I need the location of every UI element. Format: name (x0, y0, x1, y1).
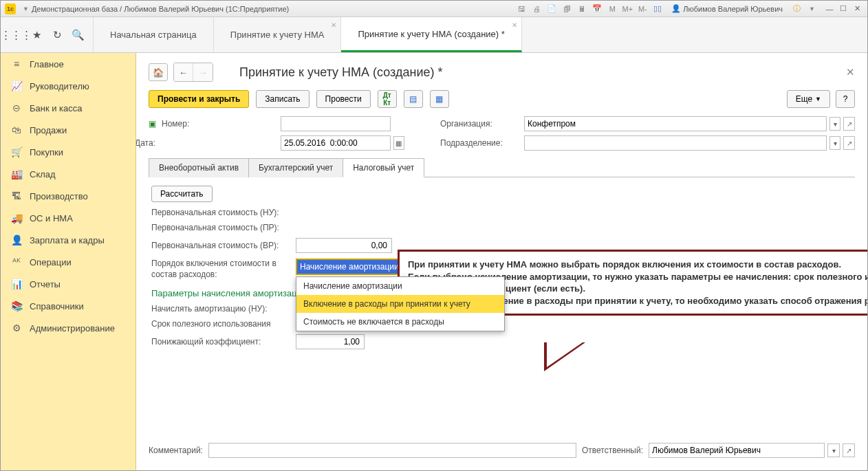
header-fields: ▣Номер: Организация: ▾↗ Дата: ▦ Подразде… (149, 116, 855, 151)
sidebar-item-main[interactable]: ≡Главное (1, 53, 135, 75)
comment-label: Комментарий: (149, 446, 203, 455)
info-dropdown-icon[interactable]: ▼ (809, 6, 815, 12)
comment-input[interactable] (208, 443, 576, 458)
cart-icon: 🛒 (10, 146, 23, 157)
doc-icon[interactable]: 📄 (546, 3, 557, 14)
system-toolbar: 🖫 🖨 📄 🗐 🖩 📅 M M+ M- ▯▯ 👤Любимов Валерий … (516, 3, 818, 14)
close-icon[interactable]: ✕ (512, 21, 517, 29)
forward-button[interactable]: → (193, 63, 213, 81)
more-button[interactable]: Еще ▼ (787, 90, 830, 108)
compare-icon[interactable]: 🗐 (561, 3, 572, 14)
dropdown-icon[interactable]: ▾ (829, 117, 841, 131)
info-icon[interactable]: ⓘ (791, 3, 802, 14)
menu-icon: ≡ (10, 58, 23, 69)
help-button[interactable]: ? (836, 90, 855, 108)
date-input[interactable] (281, 135, 391, 151)
close-page-button[interactable]: ✕ (846, 66, 855, 78)
panel-icon[interactable]: ▯▯ (652, 3, 663, 14)
org-input[interactable] (524, 116, 827, 131)
app-window: 1c ▼ Демонстрационная база / Любимов Вал… (0, 0, 868, 471)
close-icon[interactable]: ✕ (331, 21, 336, 29)
m-icon[interactable]: M (607, 3, 618, 14)
maximize-button[interactable]: ☐ (837, 3, 849, 14)
sidebar-item-catalogs[interactable]: 📚Справочники (1, 295, 135, 317)
coin-icon: ⊝ (10, 102, 23, 113)
sidebar-item-sales[interactable]: 🛍Продажи (1, 119, 135, 141)
init-cost-vr-input[interactable] (296, 238, 392, 253)
tabs-tools: ⋮⋮⋮ ★ ↻ 🔍 (1, 17, 94, 52)
calendar-picker-icon[interactable]: ▦ (393, 136, 404, 150)
ops-icon: ᴬᴷ (10, 256, 23, 267)
open-icon[interactable]: ↗ (843, 136, 855, 150)
sidebar-item-reports[interactable]: 📊Отчеты (1, 273, 135, 295)
bars-icon: 📊 (10, 278, 23, 289)
main-tabs-bar: ⋮⋮⋮ ★ ↻ 🔍 Начальная страница Принятие к … (1, 17, 867, 53)
window-title: Демонстрационная база / Любимов Валерий … (32, 5, 289, 13)
sys-icon-1[interactable]: 🖫 (516, 3, 527, 14)
post-and-close-button[interactable]: Провести и закрыть (149, 90, 249, 108)
coeff-input[interactable] (296, 334, 365, 349)
apps-grid-icon[interactable]: ⋮⋮⋮ (9, 28, 23, 42)
open-icon[interactable]: ↗ (843, 117, 855, 131)
sidebar-item-manager[interactable]: 📈Руководителю (1, 75, 135, 97)
post-button[interactable]: Провести (316, 90, 371, 108)
sidebar-item-admin[interactable]: ⚙Администрирование (1, 317, 135, 339)
footer-row: Комментарий: Ответственный: ▾↗ (149, 443, 855, 458)
dept-input[interactable] (524, 135, 827, 151)
app-logo-icon: 1c (5, 3, 16, 14)
chart-icon: 📈 (10, 80, 23, 91)
tab-tax-accounting[interactable]: Налоговый учет (343, 158, 424, 177)
sidebar: ≡Главное 📈Руководителю ⊝Банк и касса 🛍Пр… (1, 53, 136, 470)
calendar-icon[interactable]: 📅 (592, 3, 603, 14)
search-icon[interactable]: 🔍 (71, 28, 85, 42)
tab-start-page[interactable]: Начальная страница (94, 17, 214, 52)
m-minus-icon[interactable]: M- (637, 3, 648, 14)
dropdown-icon[interactable]: ▾ (827, 443, 840, 457)
home-button[interactable]: 🏠 (149, 63, 168, 81)
cost-order-dropdown: Начисление амортизации Включение в расхо… (296, 276, 505, 331)
app-menu-dropdown-icon[interactable]: ▼ (23, 6, 29, 12)
tab-accounting[interactable]: Бухгалтерский учет (248, 158, 343, 177)
sidebar-item-operations[interactable]: ᴬᴷОперации (1, 251, 135, 273)
order-label: Порядок включения стоимости в состав рас… (151, 259, 289, 280)
books-icon: 📚 (10, 300, 23, 311)
calc-icon[interactable]: 🖩 (576, 3, 587, 14)
dropdown-option[interactable]: Включение в расходы при принятии к учету (296, 295, 504, 313)
calculate-button[interactable]: Рассчитать (151, 186, 213, 202)
coeff-label: Понижающий коэффициент: (151, 337, 289, 347)
warehouse-icon: 🏭 (10, 168, 23, 179)
sidebar-item-production[interactable]: 🏗Производство (1, 185, 135, 207)
sidebar-item-assets[interactable]: 🚚ОС и НМА (1, 207, 135, 229)
page-title: Принятие к учету НМА (создание) * (239, 65, 443, 80)
back-button[interactable]: ← (174, 63, 193, 81)
save-button[interactable]: Записать (256, 90, 309, 108)
current-user[interactable]: 👤Любимов Валерий Юрьевич (671, 4, 783, 13)
print-icon[interactable]: 🖨 (531, 3, 542, 14)
sidebar-item-hr[interactable]: 👤Зарплата и кадры (1, 229, 135, 251)
sidebar-item-bank[interactable]: ⊝Банк и касса (1, 97, 135, 119)
list-icon-button[interactable]: ▦ (430, 90, 449, 108)
truck-icon: 🚚 (10, 212, 23, 223)
tab-noncurrent-asset[interactable]: Внеоборотный актив (149, 158, 249, 177)
dropdown-option[interactable]: Начисление амортизации (296, 277, 504, 295)
tab-nma-list[interactable]: Принятие к учету НМА✕ (214, 17, 342, 52)
number-label: Номер: (162, 119, 189, 129)
close-window-button[interactable]: ✕ (851, 3, 863, 14)
form-icon-button[interactable]: ▤ (404, 90, 423, 108)
dk-button[interactable]: ДтКт (378, 90, 397, 108)
dropdown-icon[interactable]: ▾ (829, 136, 841, 150)
number-input[interactable] (281, 116, 391, 131)
sidebar-item-warehouse[interactable]: 🏭Склад (1, 163, 135, 185)
open-icon[interactable]: ↗ (843, 443, 855, 457)
minimize-button[interactable]: — (823, 3, 836, 14)
titlebar: 1c ▼ Демонстрационная база / Любимов Вал… (1, 1, 867, 17)
init-cost-vr-label: Первоначальная стоимость (ВР): (151, 241, 289, 250)
m-plus-icon[interactable]: M+ (622, 3, 633, 14)
init-cost-nu-label: Первоначальная стоимость (НУ): (151, 208, 289, 217)
responsible-input[interactable] (649, 443, 825, 458)
star-icon[interactable]: ★ (30, 28, 43, 42)
sidebar-item-purchases[interactable]: 🛒Покупки (1, 141, 135, 163)
dropdown-option[interactable]: Стоимость не включается в расходы (296, 313, 504, 331)
history-icon[interactable]: ↻ (50, 28, 64, 42)
tab-nma-create[interactable]: Принятие к учету НМА (создание) *✕ (341, 17, 521, 52)
